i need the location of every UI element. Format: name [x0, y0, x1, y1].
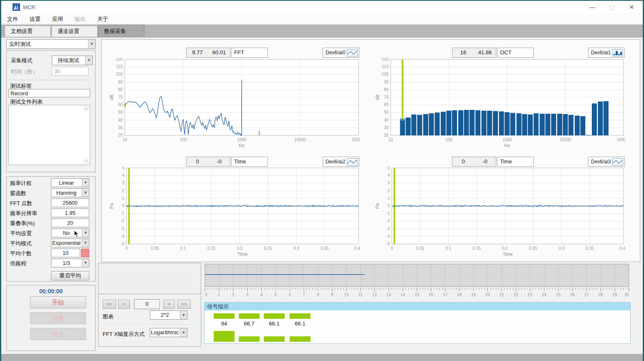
svg-text:-1: -1	[121, 211, 124, 216]
setting-select-7[interactable]: Exponential▼	[51, 239, 89, 247]
svg-text:3: 3	[387, 180, 390, 185]
chart-4-type-box[interactable]: Time	[497, 157, 534, 167]
svg-text:19: 19	[471, 292, 476, 297]
test-file-listbox[interactable]: ▲ ▼	[8, 105, 90, 165]
fft-xaxis-select[interactable]: Logarithmic ▼	[150, 328, 187, 337]
chart-layout-label: 图表	[103, 313, 114, 320]
menu-item-4[interactable]: 输出	[69, 13, 91, 25]
close-button[interactable]: ✕	[622, 1, 641, 13]
record-timeline[interactable]: 0123456789101112131415161718192021222324…	[204, 264, 631, 300]
chart-2-type-box[interactable]: OCT	[497, 48, 534, 58]
pager-last-button[interactable]: >>	[177, 300, 191, 309]
chart-1-type-box[interactable]: FFT	[231, 48, 268, 58]
svg-text:0.05: 0.05	[416, 246, 424, 251]
menu-bar: 文件设置应用输出关于	[1, 13, 643, 24]
svg-text:100: 100	[116, 72, 123, 76]
chart-3-channel-box[interactable]: Dev6/ai2	[323, 157, 359, 167]
signal-status-block	[264, 336, 285, 342]
time-sec-label: 时间（秒）	[11, 68, 38, 76]
setting-select-2[interactable]: Hanning▼	[51, 188, 89, 197]
tab-2[interactable]: 通道设置	[51, 25, 98, 37]
svg-text:60: 60	[118, 102, 123, 107]
svg-text:16: 16	[429, 292, 434, 297]
setting-input-4[interactable]: 1.95	[51, 208, 89, 217]
chart-layout-select[interactable]: 2*2 ▼	[150, 310, 187, 320]
svg-text:0.05: 0.05	[151, 246, 159, 251]
test-label-input[interactable]: Record	[8, 89, 90, 97]
chart-2-cursor-readout: 1641.86	[452, 48, 496, 58]
svg-text:0.35: 0.35	[586, 246, 594, 251]
tab-1[interactable]: 文档设置	[5, 25, 51, 37]
signal-level-bar	[239, 313, 260, 319]
svg-text:100000: 100000	[351, 137, 360, 142]
chevron-down-icon: ▼	[82, 189, 89, 197]
maximize-button[interactable]: ▢	[603, 1, 622, 13]
line-chart-icon	[347, 49, 358, 56]
menu-item-3[interactable]: 应用	[46, 13, 69, 25]
measure-mode-select[interactable]: 实时测试 ▼	[6, 39, 96, 49]
setting-input-8[interactable]: 10	[51, 249, 80, 257]
time-sec-input[interactable]: 30	[52, 67, 88, 76]
svg-text:1: 1	[122, 196, 124, 201]
svg-text:0.1: 0.1	[445, 246, 451, 251]
svg-text:30: 30	[384, 125, 389, 130]
signal-level-bar	[290, 313, 311, 319]
svg-text:1000: 1000	[237, 137, 247, 142]
start-button[interactable]: 开始	[30, 296, 86, 308]
svg-text:17: 17	[443, 292, 448, 297]
svg-text:120: 120	[116, 58, 123, 61]
svg-text:-4: -4	[386, 234, 390, 239]
setting-select-6[interactable]: No▼	[51, 229, 89, 237]
chart-1-channel-box[interactable]: Dev6/ai0	[323, 48, 359, 58]
svg-text:22: 22	[514, 292, 519, 297]
menu-item-5[interactable]: 关于	[91, 13, 114, 25]
chart-3-type-box[interactable]: Time	[231, 157, 268, 167]
svg-text:0.25: 0.25	[529, 246, 538, 251]
chart-4-channel-box[interactable]: Dev6/ai3	[588, 157, 625, 167]
signal-level-value: 66.1	[288, 320, 313, 327]
svg-text:0.3: 0.3	[293, 246, 299, 251]
svg-text:Hz: Hz	[504, 143, 510, 148]
menu-item-1[interactable]: 文件	[1, 13, 24, 25]
svg-text:10: 10	[122, 137, 127, 142]
svg-text:40: 40	[118, 118, 123, 122]
menu-item-2[interactable]: 设置	[24, 13, 46, 25]
pager-first-button[interactable]: <<	[103, 300, 116, 309]
svg-text:1000: 1000	[503, 137, 512, 142]
svg-text:6: 6	[288, 292, 291, 297]
minimize-button[interactable]: —	[583, 1, 602, 13]
svg-text:Time: Time	[503, 252, 513, 257]
record-button[interactable]: 记录	[30, 312, 86, 324]
setting-select-9[interactable]: 1/3▼	[51, 259, 89, 267]
setting-input-5[interactable]: 20	[51, 219, 89, 227]
chart-3-cursor-readout: 0-0	[186, 157, 230, 167]
stop-button[interactable]: 停止	[30, 328, 86, 340]
oct-chart[interactable]: 2030405060708090100110120101001000100001…	[374, 58, 625, 149]
svg-text:-5: -5	[121, 242, 124, 246]
svg-text:4: 4	[387, 173, 390, 178]
svg-text:20: 20	[118, 133, 123, 137]
fft-chart[interactable]: 2030405060708090100110120101001000100001…	[108, 58, 360, 149]
svg-text:2: 2	[387, 188, 390, 193]
setting-select-1[interactable]: Linear▼	[51, 178, 89, 187]
time-chart-ai2[interactable]: -5-4-3-2-101234500.050.10.150.20.250.30.…	[108, 166, 360, 257]
pager-page-input[interactable]: 0	[134, 299, 160, 309]
time-chart-ai3[interactable]: -5-4-3-2-101234500.050.10.150.20.250.30.…	[374, 166, 625, 257]
signal-indicator-panel: 信号指示 9466.766.166.1	[204, 302, 631, 344]
scroll-down-icon[interactable]: ▼	[83, 158, 89, 164]
acq-mode-select[interactable]: 持续测试 ▼	[52, 56, 93, 65]
svg-text:1: 1	[218, 292, 220, 297]
svg-text:30: 30	[624, 292, 629, 297]
setting-input-3[interactable]: 25600	[51, 198, 89, 207]
svg-text:100000: 100000	[616, 137, 625, 142]
chevron-down-icon: ▼	[180, 328, 187, 337]
chart-2-channel-box[interactable]: Dev6/ai1	[588, 48, 625, 58]
svg-text:70: 70	[384, 95, 389, 99]
pager-prev-button[interactable]: <	[118, 300, 130, 309]
scroll-up-icon[interactable]: ▲	[83, 106, 89, 112]
tab-3[interactable]: 数据采集	[98, 25, 144, 37]
svg-text:50: 50	[118, 110, 123, 114]
pager-next-button[interactable]: >	[163, 300, 175, 309]
restart-average-button[interactable]: 重启平均	[51, 271, 89, 280]
chevron-down-icon: ▼	[82, 239, 89, 247]
